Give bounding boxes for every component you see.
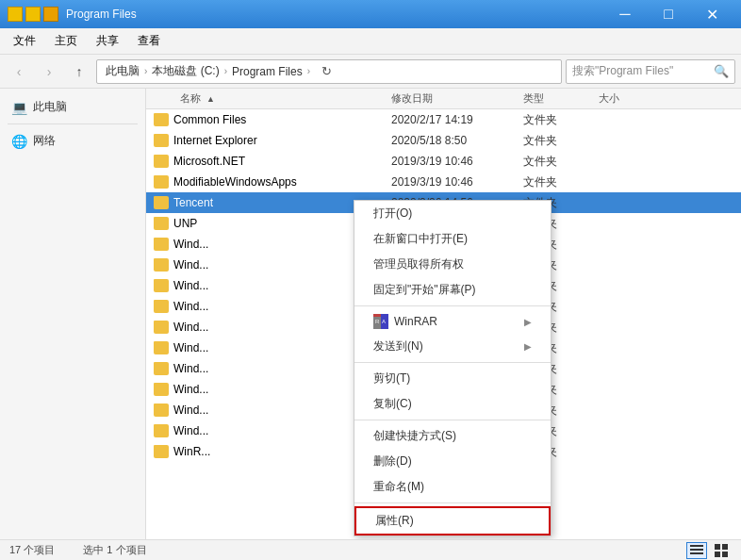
search-icon[interactable]: 🔍 [714,64,729,78]
svg-rect-6 [690,545,703,547]
ctx-item-content: 发送到(N) [373,338,423,354]
sidebar-item-pc-label: 此电脑 [33,99,67,115]
ctx-label: 剪切(T) [373,371,410,387]
search-bar[interactable]: 搜索"Program Files" 🔍 [566,59,735,84]
ctx-label: 打开(O) [373,206,412,222]
breadcrumb-sep3: › [307,66,310,76]
ctx-label: 删除(D) [373,453,412,469]
context-menu-item[interactable]: 属性(R) [354,506,551,535]
ctx-item-content: 创建快捷方式(S) [373,428,456,444]
context-menu: 打开(O) 在新窗口中打开(E) 管理员取得所有权 固定到"开始"屏幕(P) [354,200,552,536]
folder-icon [43,7,58,22]
breadcrumb: 此电脑 › 本地磁盘 (C:) › Program Files › [103,63,310,79]
svg-rect-9 [715,544,720,550]
ctx-item-content: 属性(R) [375,513,414,529]
sidebar-separator [8,124,138,124]
menu-view[interactable]: 查看 [128,29,170,53]
forward-button[interactable]: › [36,58,62,85]
file-list-area: 名称 ▲ 修改日期 类型 大小 Common Files 2020/2/17 1… [146,89,741,539]
breadcrumb-sep1: › [144,66,147,76]
ctx-item-content: R A WinRAR [373,314,437,329]
context-menu-item[interactable]: 在新窗口中打开(E) [354,226,551,252]
svg-rect-7 [690,549,703,551]
context-menu-separator [354,420,551,420]
refresh-button[interactable]: ↻ [314,59,338,84]
list-view-button[interactable] [711,542,732,559]
context-menu-overlay: 打开(O) 在新窗口中打开(E) 管理员取得所有权 固定到"开始"屏幕(P) [146,89,741,539]
up-button[interactable]: ↑ [66,58,92,85]
submenu-arrow: ▶ [524,341,532,352]
context-menu-item[interactable]: 发送到(N) ▶ [354,334,551,359]
ctx-label: WinRAR [394,315,437,328]
minimize-button[interactable]: ─ [603,0,647,28]
breadcrumb-sep2: › [224,66,227,76]
context-menu-item[interactable]: 固定到"开始"屏幕(P) [354,277,551,303]
context-menu-item[interactable]: 管理员取得所有权 [354,252,551,277]
maximize-button[interactable]: □ [647,0,690,28]
ctx-label: 管理员取得所有权 [373,256,464,272]
ctx-label: 重命名(M) [373,479,424,495]
ctx-item-content: 固定到"开始"屏幕(P) [373,282,476,298]
pc-icon: 💻 [11,100,27,115]
quick-access-icon2 [25,7,41,22]
status-bar: 17 个项目 选中 1 个项目 [0,539,741,560]
toolbar: ‹ › ↑ 此电脑 › 本地磁盘 (C:) › Program Files › … [0,55,741,89]
network-icon: 🌐 [11,134,27,149]
breadcrumb-folder[interactable]: Program Files [229,65,305,78]
svg-rect-11 [715,552,720,557]
selected-count: 选中 1 个项目 [83,543,146,557]
item-count: 17 个项目 [9,543,55,557]
title-bar: Program Files ─ □ ✕ [0,0,741,28]
svg-text:A: A [382,319,386,324]
sidebar-item-network[interactable]: 🌐 网络 [0,128,145,154]
search-placeholder: 搜索"Program Files" [572,63,673,79]
menu-share[interactable]: 共享 [87,29,128,53]
context-menu-item[interactable]: 重命名(M) [354,474,551,500]
svg-rect-8 [690,552,703,554]
context-menu-separator [354,362,551,363]
ctx-label: 创建快捷方式(S) [373,428,456,444]
details-view-button[interactable] [686,542,707,559]
context-menu-separator [354,502,551,503]
ctx-item-content: 打开(O) [373,206,412,222]
breadcrumb-drive[interactable]: 本地磁盘 (C:) [149,63,222,79]
context-menu-item[interactable]: R A WinRAR ▶ [354,309,551,334]
context-menu-item[interactable]: 创建快捷方式(S) [354,423,551,449]
ctx-item-content: 复制(C) [373,396,412,412]
ctx-label: 发送到(N) [373,338,423,354]
sidebar-item-pc[interactable]: 💻 此电脑 [0,94,145,120]
menu-file[interactable]: 文件 [4,29,45,53]
breadcrumb-pc[interactable]: 此电脑 [103,63,142,79]
context-menu-item[interactable]: 删除(D) [354,449,551,474]
close-button[interactable]: ✕ [690,0,733,28]
svg-rect-2 [373,314,381,317]
ctx-label: 固定到"开始"屏幕(P) [373,282,476,298]
context-menu-separator [354,305,551,306]
ctx-item-content: 管理员取得所有权 [373,256,464,272]
submenu-arrow: ▶ [524,317,532,327]
context-menu-item[interactable]: 打开(O) [354,201,551,226]
address-bar[interactable]: 此电脑 › 本地磁盘 (C:) › Program Files › ↻ [96,59,562,84]
winrar-icon: R A [373,314,388,329]
ctx-item-content: 剪切(T) [373,371,410,387]
sidebar: 💻 此电脑 🌐 网络 [0,89,146,539]
window-title: Program Files [66,8,603,21]
ctx-item-content: 删除(D) [373,453,412,469]
ctx-label: 复制(C) [373,396,412,412]
svg-rect-12 [722,552,728,557]
context-menu-item[interactable]: 复制(C) [354,391,551,417]
ctx-label: 属性(R) [375,513,414,529]
view-toggle [686,542,732,559]
ctx-item-content: 在新窗口中打开(E) [373,231,468,247]
window-controls: ─ □ ✕ [603,0,733,28]
svg-rect-3 [381,314,388,317]
svg-text:R: R [375,319,380,324]
ctx-label: 在新窗口中打开(E) [373,231,468,247]
quick-access-icon [8,7,23,22]
ctx-item-content: 重命名(M) [373,479,424,495]
menu-home[interactable]: 主页 [45,29,87,53]
back-button[interactable]: ‹ [6,58,32,85]
context-menu-item[interactable]: 剪切(T) [354,366,551,391]
main-area: 💻 此电脑 🌐 网络 名称 ▲ 修改日期 类型 大小 [0,89,741,539]
menu-bar: 文件 主页 共享 查看 [0,28,741,55]
